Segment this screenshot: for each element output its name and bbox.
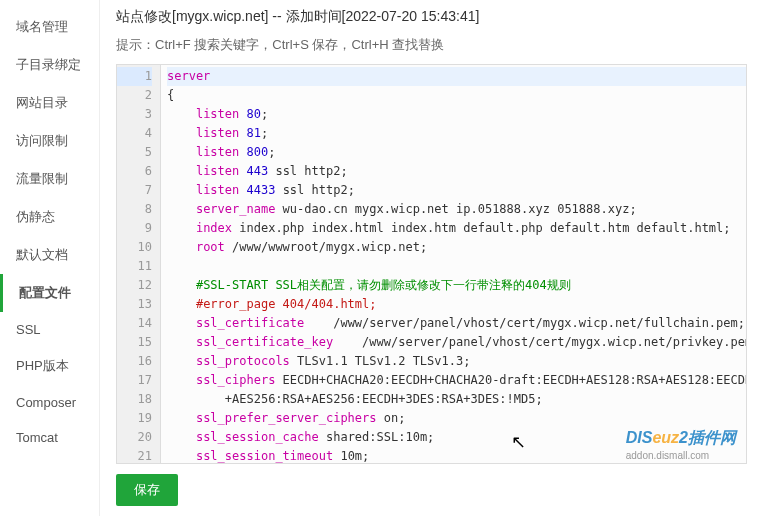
sidebar-item-6[interactable]: 默认文档 <box>0 236 99 274</box>
code-line[interactable]: ssl_session_timeout 10m; <box>167 447 746 463</box>
sidebar-item-5[interactable]: 伪静态 <box>0 198 99 236</box>
sidebar-item-11[interactable]: Tomcat <box>0 420 99 455</box>
code-line[interactable]: ssl_ciphers EECDH+CHACHA20:EECDH+CHACHA2… <box>167 371 746 390</box>
sidebar: 域名管理子目录绑定网站目录访问限制流量限制伪静态默认文档配置文件SSLPHP版本… <box>0 0 100 516</box>
code-line[interactable]: listen 80; <box>167 105 746 124</box>
code-line[interactable]: +AES256:RSA+AES256:EECDH+3DES:RSA+3DES:!… <box>167 390 746 409</box>
code-line[interactable]: listen 4433 ssl http2; <box>167 181 746 200</box>
code-content[interactable]: server{ listen 80; listen 81; listen 800… <box>161 65 746 463</box>
code-line[interactable]: ssl_certificate /www/server/panel/vhost/… <box>167 314 746 333</box>
sidebar-item-4[interactable]: 流量限制 <box>0 160 99 198</box>
sidebar-item-2[interactable]: 网站目录 <box>0 84 99 122</box>
sidebar-item-7[interactable]: 配置文件 <box>0 274 99 312</box>
sidebar-item-8[interactable]: SSL <box>0 312 99 347</box>
code-line[interactable]: listen 443 ssl http2; <box>167 162 746 181</box>
code-line[interactable]: root /www/wwwroot/mygx.wicp.net; <box>167 238 746 257</box>
hint-text: 提示：Ctrl+F 搜索关键字，Ctrl+S 保存，Ctrl+H 查找替换 <box>100 36 763 64</box>
code-line[interactable]: server <box>167 67 746 86</box>
code-line[interactable]: listen 800; <box>167 143 746 162</box>
sidebar-item-1[interactable]: 子目录绑定 <box>0 46 99 84</box>
line-gutter: 123456789101112131415161718192021 <box>117 65 161 463</box>
save-button[interactable]: 保存 <box>116 474 178 506</box>
code-line[interactable]: index index.php index.html index.htm def… <box>167 219 746 238</box>
sidebar-item-9[interactable]: PHP版本 <box>0 347 99 385</box>
code-line[interactable]: #SSL-START SSL相关配置，请勿删除或修改下一行带注释的404规则 <box>167 276 746 295</box>
sidebar-item-10[interactable]: Composer <box>0 385 99 420</box>
code-line[interactable]: server_name wu-dao.cn mygx.wicp.net ip.0… <box>167 200 746 219</box>
sidebar-item-0[interactable]: 域名管理 <box>0 8 99 46</box>
code-line[interactable]: listen 81; <box>167 124 746 143</box>
code-line[interactable]: { <box>167 86 746 105</box>
code-line[interactable]: ssl_certificate_key /www/server/panel/vh… <box>167 333 746 352</box>
code-line[interactable]: #error_page 404/404.html; <box>167 295 746 314</box>
code-editor[interactable]: 123456789101112131415161718192021 server… <box>116 64 747 464</box>
code-line[interactable]: ssl_session_cache shared:SSL:10m; <box>167 428 746 447</box>
page-title: 站点修改[mygx.wicp.net] -- 添加时间[2022-07-20 1… <box>100 0 763 36</box>
code-line[interactable] <box>167 257 746 276</box>
code-line[interactable]: ssl_prefer_server_ciphers on; <box>167 409 746 428</box>
code-line[interactable]: ssl_protocols TLSv1.1 TLSv1.2 TLSv1.3; <box>167 352 746 371</box>
sidebar-item-3[interactable]: 访问限制 <box>0 122 99 160</box>
